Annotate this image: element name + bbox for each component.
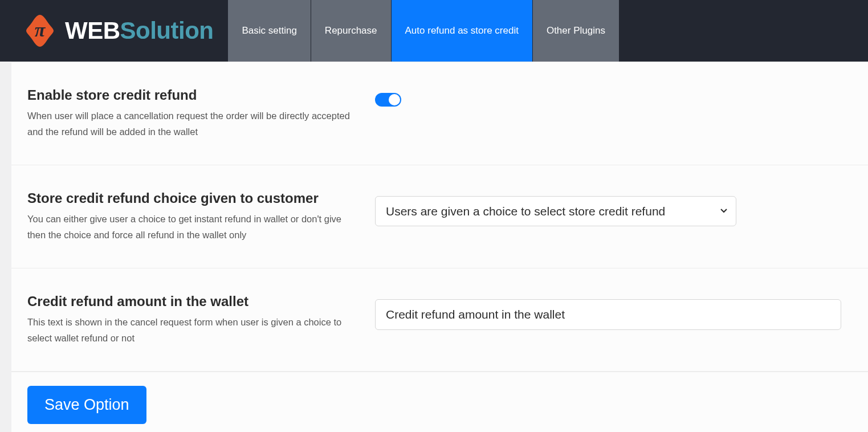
logo-web: WEB: [65, 17, 120, 44]
save-row: Save Option: [11, 372, 868, 432]
settings-panel: Enable store credit refund When user wil…: [11, 62, 868, 432]
svg-text:π: π: [35, 19, 46, 40]
tab-basic-setting[interactable]: Basic setting: [228, 0, 311, 62]
tabs: Basic setting Repurchase Auto refund as …: [228, 0, 618, 62]
refund-choice-select[interactable]: Users are given a choice to select store…: [375, 196, 736, 226]
tab-other-plugins[interactable]: Other Plugins: [533, 0, 619, 62]
setting-credit-refund-text: Credit refund amount in the wallet This …: [11, 268, 868, 372]
setting-control: [375, 294, 852, 346]
setting-label: Credit refund amount in the wallet This …: [27, 294, 352, 346]
logo-text: WEBSolution: [65, 17, 213, 44]
setting-desc: You can either give user a choice to get…: [27, 211, 352, 243]
header-bar: π WEBSolution Basic setting Repurchase A…: [0, 0, 868, 62]
setting-title: Credit refund amount in the wallet: [27, 294, 352, 309]
setting-title: Enable store credit refund: [27, 87, 352, 103]
save-option-button[interactable]: Save Option: [27, 386, 146, 424]
credit-refund-text-input[interactable]: [375, 299, 841, 330]
setting-desc: This text is shown in the cancel request…: [27, 314, 352, 346]
refund-choice-select-wrap: Users are given a choice to select store…: [375, 196, 736, 226]
setting-label: Enable store credit refund When user wil…: [27, 87, 352, 140]
enable-store-credit-toggle[interactable]: [375, 93, 401, 107]
setting-label: Store credit refund choice given to cust…: [27, 190, 352, 243]
setting-refund-choice: Store credit refund choice given to cust…: [11, 165, 868, 268]
setting-enable-store-credit: Enable store credit refund When user wil…: [11, 62, 868, 165]
setting-control: [375, 87, 852, 140]
setting-desc: When user will place a cancellation requ…: [27, 108, 352, 140]
setting-title: Store credit refund choice given to cust…: [27, 190, 352, 206]
tab-repurchase[interactable]: Repurchase: [311, 0, 392, 62]
toggle-knob: [389, 94, 400, 105]
pi-logo-icon: π: [21, 11, 59, 50]
logo-solution: Solution: [120, 17, 214, 44]
setting-control: Users are given a choice to select store…: [375, 190, 852, 243]
tab-auto-refund-store-credit[interactable]: Auto refund as store credit: [392, 0, 533, 62]
logo: π WEBSolution: [0, 0, 228, 62]
